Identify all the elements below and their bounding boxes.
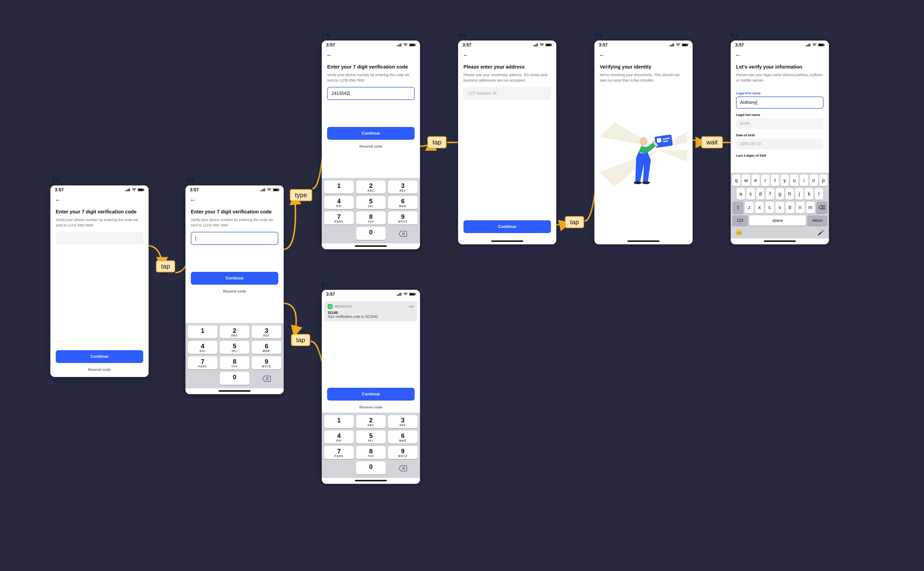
back-icon[interactable]: ← (463, 51, 469, 59)
keypad-4[interactable]: 4GHI (324, 431, 354, 443)
keypad-0[interactable]: 0 (220, 372, 249, 385)
keypad-9[interactable]: 9WXYZ (388, 446, 418, 459)
key-p[interactable]: p (819, 174, 827, 186)
key-o[interactable]: o (810, 174, 818, 186)
keypad-6[interactable]: 6MNO (388, 196, 418, 209)
number-keypad: 1 2ABC 3DEF 4GHI 5JKL 6MNO 7PQRS 8TUV 9W… (185, 323, 284, 388)
continue-button[interactable]: Continue (56, 350, 143, 363)
key-x[interactable]: x (755, 202, 764, 213)
keypad-7[interactable]: 7PQRS (324, 211, 354, 224)
key-123[interactable]: 123 (732, 215, 748, 226)
key-m[interactable]: m (806, 202, 815, 213)
back-icon[interactable]: ← (735, 51, 742, 59)
keypad-6[interactable]: 6MNO (388, 431, 418, 443)
svg-rect-6 (143, 189, 144, 191)
keypad-4[interactable]: 4GHI (188, 341, 218, 354)
keypad-4[interactable]: 4GHI (324, 196, 354, 209)
keypad-8[interactable]: 8TUV (356, 446, 386, 459)
keypad-delete[interactable] (252, 372, 281, 385)
keypad-2[interactable]: 2ABC (356, 415, 386, 428)
key-l[interactable]: l (815, 188, 823, 200)
emoji-icon[interactable]: 😊 (736, 230, 742, 236)
keypad-9[interactable]: 9WXYZ (388, 211, 418, 224)
continue-button[interactable]: Continue (191, 272, 278, 285)
page-subtitle: Verify your phone number by entering the… (191, 217, 278, 228)
key-n[interactable]: n (796, 202, 804, 213)
back-icon[interactable]: ← (55, 196, 61, 204)
back-icon[interactable]: ← (599, 51, 605, 59)
status-icons (669, 43, 688, 46)
key-i[interactable]: i (800, 174, 808, 186)
key-backspace[interactable]: ⌫ (816, 202, 827, 213)
keypad-8[interactable]: 8TUV (356, 211, 386, 224)
keypad-1[interactable]: 1 (324, 415, 354, 428)
key-b[interactable]: b (786, 202, 794, 213)
keypad-delete[interactable] (388, 227, 418, 240)
keypad-3[interactable]: 3DEF (388, 415, 418, 428)
code-input[interactable]: 2413542 (327, 87, 415, 100)
key-t[interactable]: t (771, 174, 779, 186)
keypad-3[interactable]: 3DEF (252, 326, 281, 338)
key-y[interactable]: y (781, 174, 789, 186)
key-f[interactable]: f (766, 188, 774, 200)
status-time: 3:57 (326, 43, 335, 48)
svg-rect-29 (534, 45, 535, 46)
step-label-3: 3.0 (322, 32, 329, 38)
keypad-9[interactable]: 9WXYZ (252, 356, 281, 369)
key-return[interactable]: return (807, 215, 827, 226)
address-input[interactable]: 123 Sesame St (463, 87, 551, 100)
continue-button[interactable]: Continue (463, 220, 551, 233)
page-subtitle: Please use your legal name without prefi… (736, 72, 824, 83)
code-input[interactable] (191, 232, 278, 245)
dob-input[interactable]: 1993-09-10 (736, 139, 824, 149)
first-name-label: Legal first name (736, 91, 824, 95)
keypad-0[interactable]: 0 (356, 227, 386, 240)
key-space[interactable]: space (750, 215, 805, 226)
action-type-2-3: type (290, 189, 312, 201)
continue-button[interactable]: Continue (327, 127, 415, 140)
keypad-2[interactable]: 2ABC (356, 181, 386, 193)
key-k[interactable]: k (805, 188, 813, 200)
key-h[interactable]: h (785, 188, 794, 200)
back-icon[interactable]: ← (190, 196, 196, 204)
key-s[interactable]: s (747, 188, 755, 200)
key-j[interactable]: j (795, 188, 804, 200)
keypad-5[interactable]: 5JKL (356, 196, 386, 209)
back-icon[interactable]: ← (326, 51, 333, 59)
key-q[interactable]: q (732, 174, 740, 186)
keypad-7[interactable]: 7PQRS (188, 356, 218, 369)
keypad-1[interactable]: 1 (188, 326, 218, 338)
key-d[interactable]: d (756, 188, 765, 200)
key-r[interactable]: r (761, 174, 769, 186)
resend-code-link[interactable]: Resend code (327, 405, 415, 409)
keypad-8[interactable]: 8TUV (220, 356, 249, 369)
keypad-7[interactable]: 7PQRS (324, 446, 354, 459)
resend-code-link[interactable]: Resend code (327, 144, 415, 148)
key-e[interactable]: e (751, 174, 760, 186)
first-name-input[interactable]: Anthony (736, 97, 824, 108)
mic-icon[interactable]: 🎤 (818, 230, 824, 236)
key-z[interactable]: z (745, 202, 754, 213)
key-c[interactable]: c (765, 202, 774, 213)
keypad-delete[interactable] (388, 461, 418, 474)
keypad-3[interactable]: 3DEF (388, 181, 418, 193)
key-v[interactable]: v (775, 202, 784, 213)
notification-banner[interactable]: ✉ MESSAGES now 31145 Your verification c… (324, 301, 418, 321)
signal-icon (669, 43, 674, 46)
keypad-5[interactable]: 5JKL (220, 341, 249, 354)
keypad-1[interactable]: 1 (324, 181, 354, 193)
key-w[interactable]: w (742, 174, 750, 186)
keypad-6[interactable]: 6MNO (252, 341, 281, 354)
resend-code-link[interactable]: Resend code (56, 367, 143, 372)
key-shift[interactable]: ⇧ (732, 202, 744, 213)
continue-button[interactable]: Continue (327, 388, 415, 401)
keypad-2[interactable]: 2ABC (220, 326, 249, 338)
key-a[interactable]: a (737, 188, 745, 200)
key-u[interactable]: u (790, 174, 798, 186)
last-name-input[interactable]: Smith (736, 118, 824, 129)
keypad-0[interactable]: 0 (356, 461, 386, 474)
resend-code-link[interactable]: Resend code (191, 289, 278, 293)
keypad-5[interactable]: 5JKL (356, 431, 386, 443)
code-input[interactable] (56, 232, 143, 245)
key-g[interactable]: g (776, 188, 784, 200)
